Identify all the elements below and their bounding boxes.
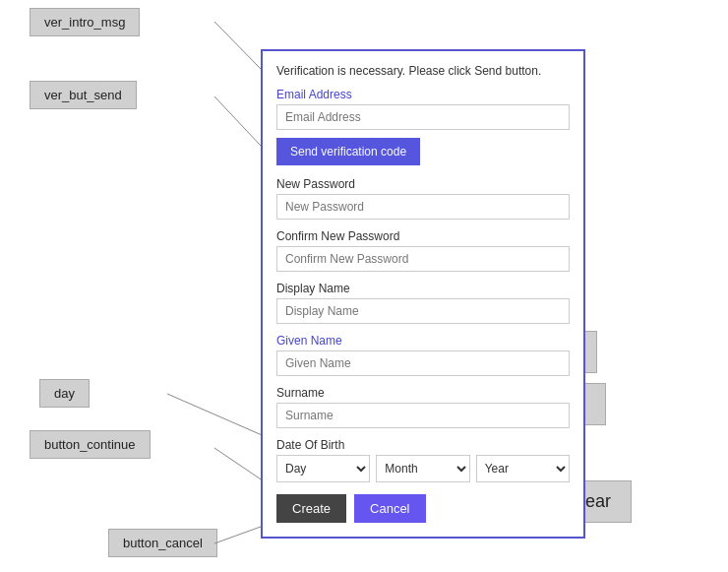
annotation-ver-but-send: ver_but_send (30, 81, 137, 109)
confirm-password-label: Confirm New Password (276, 229, 570, 243)
new-password-input[interactable] (276, 194, 570, 220)
email-label: Email Address (276, 88, 570, 101)
intro-text: Verification is necessary. Please click … (276, 63, 570, 80)
create-button[interactable]: Create (276, 494, 346, 523)
surname-input[interactable] (276, 403, 570, 428)
surname-label: Surname (276, 386, 570, 400)
form-panel: Verification is necessary. Please click … (261, 49, 585, 539)
svg-line-0 (214, 22, 261, 69)
given-name-input[interactable] (276, 350, 570, 376)
display-name-input[interactable] (276, 298, 570, 324)
cancel-button[interactable]: Cancel (354, 494, 425, 523)
dob-label: Date Of Birth (276, 438, 570, 452)
confirm-password-input[interactable] (276, 246, 570, 272)
display-name-label: Display Name (276, 282, 570, 295)
new-password-label: New Password (276, 177, 570, 191)
annotation-button-continue: button_continue (30, 430, 151, 459)
annotation-day: day (39, 379, 90, 408)
month-select[interactable]: Month (376, 455, 469, 482)
email-input[interactable] (276, 104, 570, 130)
svg-line-1 (214, 96, 261, 146)
annotation-button-cancel: button_cancel (108, 529, 217, 557)
send-verification-button[interactable]: Send verification code (276, 138, 420, 165)
year-select[interactable]: Year (476, 455, 570, 482)
dob-row: Day Month Year (276, 455, 570, 482)
annotation-ver-intro-msg: ver_intro_msg (30, 8, 140, 36)
day-select[interactable]: Day (276, 455, 370, 482)
action-row: Create Cancel (276, 494, 570, 523)
svg-line-2 (167, 394, 275, 441)
given-name-label: Given Name (276, 334, 570, 348)
